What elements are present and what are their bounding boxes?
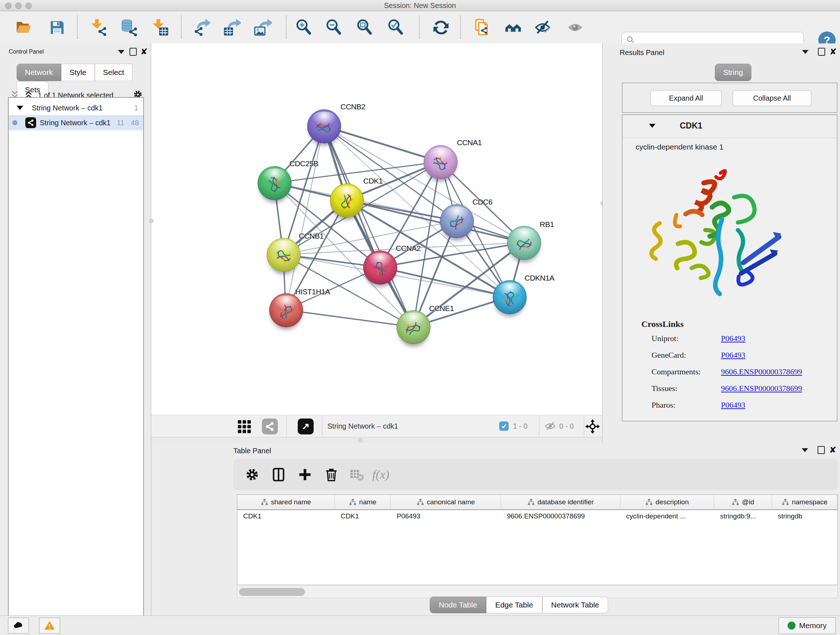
crosslink-link[interactable]: P06493 xyxy=(721,334,745,343)
column-header-description[interactable]: description xyxy=(621,495,714,509)
tab-node-table[interactable]: Node Table xyxy=(430,597,486,613)
float-panel-icon[interactable] xyxy=(818,48,825,56)
column-header-namespace[interactable]: namespace xyxy=(772,495,837,509)
splitter-handle-icon[interactable] xyxy=(358,438,363,442)
panel-menu-icon[interactable] xyxy=(802,448,808,452)
tab-select[interactable]: Select xyxy=(95,64,133,81)
column-header-canonical-name[interactable]: canonical name xyxy=(391,495,501,509)
network-edge[interactable] xyxy=(324,126,440,162)
zoom-window-icon[interactable] xyxy=(25,3,32,9)
birdseye-view-icon[interactable] xyxy=(298,418,314,434)
crosslink-link[interactable]: 9606.ENSP00000378699 xyxy=(721,384,802,393)
column-header--id[interactable]: @id xyxy=(714,495,772,509)
close-panel-icon[interactable]: ✘ xyxy=(141,49,148,55)
network-node-rb1[interactable] xyxy=(507,226,541,260)
zoom-selected-icon[interactable] xyxy=(387,19,405,36)
network-edge[interactable] xyxy=(380,267,509,297)
main-toolbar: ? xyxy=(0,11,840,44)
network-node-cdc25b[interactable] xyxy=(257,166,292,200)
tab-network[interactable]: Network xyxy=(17,64,61,81)
collapse-section-icon[interactable] xyxy=(649,124,655,128)
column-header-shared-name[interactable]: shared name xyxy=(237,495,335,509)
table-settings-gear-icon[interactable] xyxy=(244,467,260,483)
tree-expand-icon[interactable] xyxy=(17,106,23,110)
zoom-out-icon[interactable] xyxy=(325,19,343,36)
refresh-icon[interactable] xyxy=(432,19,450,36)
expand-all-button[interactable]: Expand All xyxy=(651,90,722,106)
clone-network-icon[interactable] xyxy=(472,19,491,36)
tab-style[interactable]: Style xyxy=(61,64,95,81)
export-network-icon[interactable] xyxy=(193,19,211,36)
panel-menu-icon[interactable] xyxy=(118,50,125,54)
import-network-icon[interactable] xyxy=(89,19,107,36)
network-row-selected[interactable]: String Network – cdk1 11 48 xyxy=(9,115,143,130)
memory-button[interactable]: Memory xyxy=(778,617,836,634)
float-panel-icon[interactable] xyxy=(129,48,137,56)
import-database-icon[interactable] xyxy=(120,19,138,36)
network-edge[interactable] xyxy=(286,310,413,327)
network-node-ccnb2[interactable] xyxy=(307,109,341,143)
table-cell[interactable]: P06493 xyxy=(391,509,501,523)
function-builder-icon[interactable]: f(x) xyxy=(371,467,398,483)
network-edge[interactable] xyxy=(324,126,413,327)
zoom-fit-icon[interactable] xyxy=(355,19,374,36)
selected-count-checkbox[interactable] xyxy=(499,421,508,431)
warnings-button[interactable] xyxy=(39,618,60,633)
hide-panels-icon[interactable] xyxy=(534,19,552,36)
network-node-cdk1[interactable] xyxy=(330,184,364,218)
network-node-ccna1[interactable] xyxy=(424,145,458,179)
export-table-icon[interactable] xyxy=(223,19,241,36)
show-panels-icon[interactable] xyxy=(566,19,584,36)
float-panel-icon[interactable] xyxy=(818,446,825,454)
crosslink-link[interactable]: P06493 xyxy=(721,401,745,410)
close-window-icon[interactable] xyxy=(5,3,11,9)
network-node-cdc6[interactable] xyxy=(440,204,474,238)
network-node-cdkn1a[interactable] xyxy=(493,280,527,314)
table-cell[interactable]: CDK1 xyxy=(335,509,391,523)
column-header-name[interactable]: name xyxy=(335,495,391,509)
node-label-rb1: RB1 xyxy=(540,220,554,229)
close-panel-icon[interactable]: ✘ xyxy=(829,49,837,55)
save-session-icon[interactable] xyxy=(48,19,66,36)
show-columns-icon[interactable] xyxy=(271,467,286,483)
delete-table-icon[interactable] xyxy=(348,467,364,483)
network-node-hist1h1a[interactable] xyxy=(269,293,303,327)
crosslink-link[interactable]: P06493 xyxy=(721,350,745,360)
fit-selected-crosshair-icon[interactable] xyxy=(584,418,600,434)
table-cell[interactable]: CDK1 xyxy=(237,509,335,523)
table-cell[interactable]: stringdb:9... xyxy=(714,509,772,523)
import-table-icon[interactable] xyxy=(151,19,169,36)
network-node-ccne1[interactable] xyxy=(396,310,431,344)
delete-column-trash-icon[interactable] xyxy=(324,467,339,483)
minimize-window-icon[interactable] xyxy=(15,3,22,9)
add-column-icon[interactable] xyxy=(297,467,313,483)
table-row[interactable]: CDK1CDK1P064939606.ENSP00000378699cyclin… xyxy=(237,509,837,523)
network-edge[interactable] xyxy=(324,126,524,242)
crosslink-link[interactable]: 9606.ENSP00000378699 xyxy=(721,367,802,377)
close-panel-icon[interactable]: ✘ xyxy=(829,447,836,453)
table-panel-splitter[interactable] xyxy=(151,437,602,443)
table-cell[interactable]: stringdb xyxy=(772,509,837,523)
network-node-ccna2[interactable] xyxy=(363,250,397,285)
table-cell[interactable]: cyclin-dependent ... xyxy=(621,509,714,523)
open-session-icon[interactable] xyxy=(15,19,33,36)
grid-view-icon[interactable] xyxy=(237,419,252,434)
collapse-all-button[interactable]: Collapse All xyxy=(733,90,812,106)
network-canvas[interactable]: CCNB2CCNA1CDC25BCDK1CDC6RB1CCNB1CCNA2CDK… xyxy=(151,43,602,415)
string-home-icon[interactable] xyxy=(504,19,523,36)
tab-edge-table[interactable]: Edge Table xyxy=(486,597,542,613)
table-cell[interactable]: 9606.ENSP00000378699 xyxy=(501,509,621,523)
tab-string[interactable]: String xyxy=(715,64,752,81)
hidden-counts: 0 - 0 xyxy=(559,415,574,437)
column-header-database-identifier[interactable]: database identifier xyxy=(501,495,621,509)
cloud-status-button[interactable] xyxy=(8,618,29,633)
network-collection-row[interactable]: String Network – cdk1 1 xyxy=(9,101,143,115)
left-splitter-handle-icon[interactable] xyxy=(149,219,153,223)
panel-menu-icon[interactable] xyxy=(802,50,808,54)
share-view-icon[interactable] xyxy=(262,418,278,434)
export-image-icon[interactable] xyxy=(254,19,272,36)
network-node-ccnb1[interactable] xyxy=(267,238,301,272)
tab-network-table[interactable]: Network Table xyxy=(542,597,608,613)
zoom-in-icon[interactable] xyxy=(295,19,313,36)
scrollbar-thumb[interactable] xyxy=(239,588,305,596)
